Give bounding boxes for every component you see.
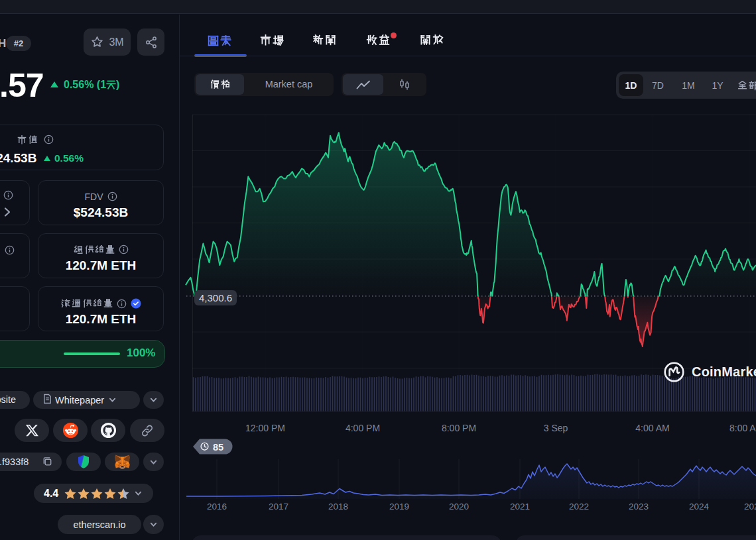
svg-text:85: 85	[213, 442, 223, 453]
